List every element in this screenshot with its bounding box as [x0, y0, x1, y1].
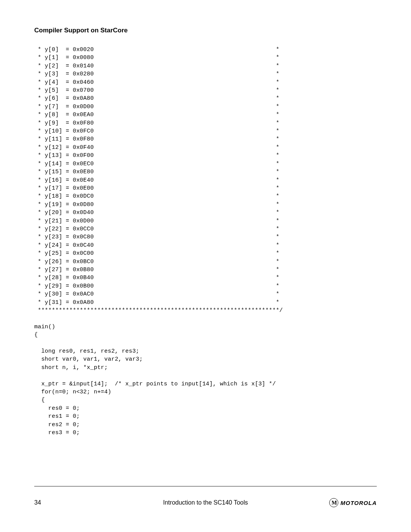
footer-title: Introduction to the SC140 Tools [163, 499, 248, 506]
footer-divider [34, 486, 377, 487]
code-listing: * y[0] = 0x0020 * * y[1] = 0x0080 * * y[… [34, 46, 377, 437]
section-title: Compiler Support on StarCore [34, 27, 377, 34]
logo-text: MOTOROLA [341, 500, 377, 506]
page-footer: 34 Introduction to the SC140 Tools M MOT… [34, 486, 377, 507]
logo-m-letter: M [331, 500, 336, 506]
page-number: 34 [34, 499, 41, 506]
logo-icon: M [329, 498, 338, 507]
motorola-logo: M MOTOROLA [329, 498, 377, 507]
